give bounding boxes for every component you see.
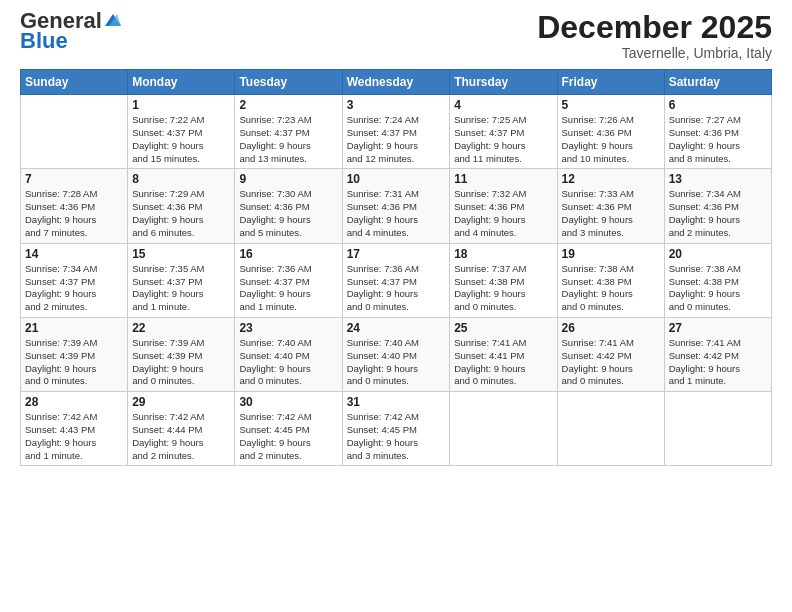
calendar-cell-w1d3: 10Sunrise: 7:31 AM Sunset: 4:36 PM Dayli… — [342, 169, 450, 243]
day-number: 7 — [25, 172, 123, 186]
calendar-cell-w4d1: 29Sunrise: 7:42 AM Sunset: 4:44 PM Dayli… — [128, 392, 235, 466]
calendar-cell-w2d0: 14Sunrise: 7:34 AM Sunset: 4:37 PM Dayli… — [21, 243, 128, 317]
day-number: 26 — [562, 321, 660, 335]
day-number: 25 — [454, 321, 552, 335]
day-info: Sunrise: 7:36 AM Sunset: 4:37 PM Dayligh… — [347, 263, 446, 314]
calendar-cell-w2d4: 18Sunrise: 7:37 AM Sunset: 4:38 PM Dayli… — [450, 243, 557, 317]
day-info: Sunrise: 7:39 AM Sunset: 4:39 PM Dayligh… — [132, 337, 230, 388]
calendar-cell-w4d3: 31Sunrise: 7:42 AM Sunset: 4:45 PM Dayli… — [342, 392, 450, 466]
day-number: 2 — [239, 98, 337, 112]
calendar-cell-w3d4: 25Sunrise: 7:41 AM Sunset: 4:41 PM Dayli… — [450, 317, 557, 391]
day-info: Sunrise: 7:41 AM Sunset: 4:41 PM Dayligh… — [454, 337, 552, 388]
day-number: 9 — [239, 172, 337, 186]
calendar-cell-w1d5: 12Sunrise: 7:33 AM Sunset: 4:36 PM Dayli… — [557, 169, 664, 243]
day-number: 8 — [132, 172, 230, 186]
calendar-cell-w1d4: 11Sunrise: 7:32 AM Sunset: 4:36 PM Dayli… — [450, 169, 557, 243]
day-number: 18 — [454, 247, 552, 261]
day-info: Sunrise: 7:22 AM Sunset: 4:37 PM Dayligh… — [132, 114, 230, 165]
calendar-cell-w4d2: 30Sunrise: 7:42 AM Sunset: 4:45 PM Dayli… — [235, 392, 342, 466]
col-header-sunday: Sunday — [21, 70, 128, 95]
day-info: Sunrise: 7:28 AM Sunset: 4:36 PM Dayligh… — [25, 188, 123, 239]
day-info: Sunrise: 7:38 AM Sunset: 4:38 PM Dayligh… — [669, 263, 767, 314]
day-number: 23 — [239, 321, 337, 335]
logo-icon — [103, 12, 121, 30]
day-info: Sunrise: 7:34 AM Sunset: 4:37 PM Dayligh… — [25, 263, 123, 314]
day-info: Sunrise: 7:33 AM Sunset: 4:36 PM Dayligh… — [562, 188, 660, 239]
calendar-cell-w1d6: 13Sunrise: 7:34 AM Sunset: 4:36 PM Dayli… — [664, 169, 771, 243]
day-number: 27 — [669, 321, 767, 335]
day-number: 30 — [239, 395, 337, 409]
day-number: 5 — [562, 98, 660, 112]
day-number: 19 — [562, 247, 660, 261]
day-number: 28 — [25, 395, 123, 409]
calendar-cell-w3d1: 22Sunrise: 7:39 AM Sunset: 4:39 PM Dayli… — [128, 317, 235, 391]
day-number: 6 — [669, 98, 767, 112]
day-info: Sunrise: 7:38 AM Sunset: 4:38 PM Dayligh… — [562, 263, 660, 314]
day-number: 24 — [347, 321, 446, 335]
day-info: Sunrise: 7:26 AM Sunset: 4:36 PM Dayligh… — [562, 114, 660, 165]
day-info: Sunrise: 7:36 AM Sunset: 4:37 PM Dayligh… — [239, 263, 337, 314]
col-header-friday: Friday — [557, 70, 664, 95]
day-info: Sunrise: 7:27 AM Sunset: 4:36 PM Dayligh… — [669, 114, 767, 165]
calendar-cell-w3d3: 24Sunrise: 7:40 AM Sunset: 4:40 PM Dayli… — [342, 317, 450, 391]
day-info: Sunrise: 7:31 AM Sunset: 4:36 PM Dayligh… — [347, 188, 446, 239]
calendar-cell-w3d0: 21Sunrise: 7:39 AM Sunset: 4:39 PM Dayli… — [21, 317, 128, 391]
logo: General Blue — [20, 10, 121, 54]
day-number: 22 — [132, 321, 230, 335]
day-number: 16 — [239, 247, 337, 261]
month-title: December 2025 — [537, 10, 772, 45]
day-number: 11 — [454, 172, 552, 186]
day-info: Sunrise: 7:42 AM Sunset: 4:45 PM Dayligh… — [239, 411, 337, 462]
calendar: SundayMondayTuesdayWednesdayThursdayFrid… — [20, 69, 772, 466]
day-info: Sunrise: 7:32 AM Sunset: 4:36 PM Dayligh… — [454, 188, 552, 239]
header: General Blue December 2025 Tavernelle, U… — [20, 10, 772, 61]
calendar-cell-w0d0 — [21, 95, 128, 169]
col-header-thursday: Thursday — [450, 70, 557, 95]
day-info: Sunrise: 7:42 AM Sunset: 4:45 PM Dayligh… — [347, 411, 446, 462]
calendar-cell-w0d3: 3Sunrise: 7:24 AM Sunset: 4:37 PM Daylig… — [342, 95, 450, 169]
calendar-cell-w2d1: 15Sunrise: 7:35 AM Sunset: 4:37 PM Dayli… — [128, 243, 235, 317]
col-header-tuesday: Tuesday — [235, 70, 342, 95]
day-number: 1 — [132, 98, 230, 112]
day-number: 3 — [347, 98, 446, 112]
col-header-wednesday: Wednesday — [342, 70, 450, 95]
calendar-cell-w4d4 — [450, 392, 557, 466]
calendar-cell-w3d5: 26Sunrise: 7:41 AM Sunset: 4:42 PM Dayli… — [557, 317, 664, 391]
day-info: Sunrise: 7:34 AM Sunset: 4:36 PM Dayligh… — [669, 188, 767, 239]
day-number: 15 — [132, 247, 230, 261]
day-number: 20 — [669, 247, 767, 261]
calendar-cell-w0d1: 1Sunrise: 7:22 AM Sunset: 4:37 PM Daylig… — [128, 95, 235, 169]
calendar-cell-w3d2: 23Sunrise: 7:40 AM Sunset: 4:40 PM Dayli… — [235, 317, 342, 391]
calendar-cell-w0d4: 4Sunrise: 7:25 AM Sunset: 4:37 PM Daylig… — [450, 95, 557, 169]
day-number: 29 — [132, 395, 230, 409]
calendar-cell-w2d2: 16Sunrise: 7:36 AM Sunset: 4:37 PM Dayli… — [235, 243, 342, 317]
day-info: Sunrise: 7:41 AM Sunset: 4:42 PM Dayligh… — [669, 337, 767, 388]
col-header-saturday: Saturday — [664, 70, 771, 95]
day-number: 14 — [25, 247, 123, 261]
day-info: Sunrise: 7:40 AM Sunset: 4:40 PM Dayligh… — [347, 337, 446, 388]
title-block: December 2025 Tavernelle, Umbria, Italy — [537, 10, 772, 61]
day-info: Sunrise: 7:40 AM Sunset: 4:40 PM Dayligh… — [239, 337, 337, 388]
calendar-cell-w0d5: 5Sunrise: 7:26 AM Sunset: 4:36 PM Daylig… — [557, 95, 664, 169]
calendar-cell-w1d0: 7Sunrise: 7:28 AM Sunset: 4:36 PM Daylig… — [21, 169, 128, 243]
calendar-cell-w2d3: 17Sunrise: 7:36 AM Sunset: 4:37 PM Dayli… — [342, 243, 450, 317]
day-info: Sunrise: 7:41 AM Sunset: 4:42 PM Dayligh… — [562, 337, 660, 388]
calendar-cell-w4d5 — [557, 392, 664, 466]
calendar-cell-w1d2: 9Sunrise: 7:30 AM Sunset: 4:36 PM Daylig… — [235, 169, 342, 243]
day-info: Sunrise: 7:35 AM Sunset: 4:37 PM Dayligh… — [132, 263, 230, 314]
calendar-cell-w1d1: 8Sunrise: 7:29 AM Sunset: 4:36 PM Daylig… — [128, 169, 235, 243]
calendar-cell-w2d5: 19Sunrise: 7:38 AM Sunset: 4:38 PM Dayli… — [557, 243, 664, 317]
calendar-cell-w0d6: 6Sunrise: 7:27 AM Sunset: 4:36 PM Daylig… — [664, 95, 771, 169]
day-info: Sunrise: 7:30 AM Sunset: 4:36 PM Dayligh… — [239, 188, 337, 239]
calendar-cell-w0d2: 2Sunrise: 7:23 AM Sunset: 4:37 PM Daylig… — [235, 95, 342, 169]
day-info: Sunrise: 7:23 AM Sunset: 4:37 PM Dayligh… — [239, 114, 337, 165]
day-number: 17 — [347, 247, 446, 261]
calendar-cell-w3d6: 27Sunrise: 7:41 AM Sunset: 4:42 PM Dayli… — [664, 317, 771, 391]
day-info: Sunrise: 7:42 AM Sunset: 4:43 PM Dayligh… — [25, 411, 123, 462]
day-number: 4 — [454, 98, 552, 112]
day-info: Sunrise: 7:29 AM Sunset: 4:36 PM Dayligh… — [132, 188, 230, 239]
day-number: 31 — [347, 395, 446, 409]
day-info: Sunrise: 7:39 AM Sunset: 4:39 PM Dayligh… — [25, 337, 123, 388]
calendar-cell-w4d0: 28Sunrise: 7:42 AM Sunset: 4:43 PM Dayli… — [21, 392, 128, 466]
day-number: 12 — [562, 172, 660, 186]
